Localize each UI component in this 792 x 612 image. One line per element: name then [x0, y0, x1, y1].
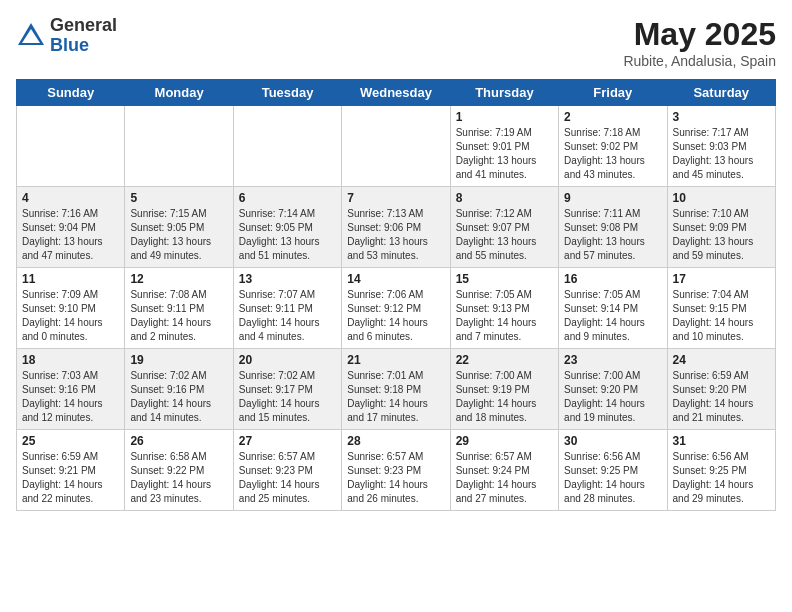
day-info: Sunrise: 6:59 AM Sunset: 9:21 PM Dayligh…	[22, 450, 119, 506]
logo-icon	[16, 21, 46, 51]
table-row: 27Sunrise: 6:57 AM Sunset: 9:23 PM Dayli…	[233, 430, 341, 511]
table-row: 17Sunrise: 7:04 AM Sunset: 9:15 PM Dayli…	[667, 268, 775, 349]
day-info: Sunrise: 7:00 AM Sunset: 9:19 PM Dayligh…	[456, 369, 553, 425]
table-row: 13Sunrise: 7:07 AM Sunset: 9:11 PM Dayli…	[233, 268, 341, 349]
calendar-week-row: 11Sunrise: 7:09 AM Sunset: 9:10 PM Dayli…	[17, 268, 776, 349]
logo-blue-text: Blue	[50, 36, 117, 56]
header: General Blue May 2025 Rubite, Andalusia,…	[16, 16, 776, 69]
day-info: Sunrise: 7:08 AM Sunset: 9:11 PM Dayligh…	[130, 288, 227, 344]
day-info: Sunrise: 6:56 AM Sunset: 9:25 PM Dayligh…	[673, 450, 770, 506]
col-wednesday: Wednesday	[342, 80, 450, 106]
calendar-header-row: Sunday Monday Tuesday Wednesday Thursday…	[17, 80, 776, 106]
calendar-week-row: 4Sunrise: 7:16 AM Sunset: 9:04 PM Daylig…	[17, 187, 776, 268]
table-row: 22Sunrise: 7:00 AM Sunset: 9:19 PM Dayli…	[450, 349, 558, 430]
table-row: 23Sunrise: 7:00 AM Sunset: 9:20 PM Dayli…	[559, 349, 667, 430]
table-row: 3Sunrise: 7:17 AM Sunset: 9:03 PM Daylig…	[667, 106, 775, 187]
day-number: 30	[564, 434, 661, 448]
day-number: 1	[456, 110, 553, 124]
day-number: 11	[22, 272, 119, 286]
table-row	[342, 106, 450, 187]
day-info: Sunrise: 6:58 AM Sunset: 9:22 PM Dayligh…	[130, 450, 227, 506]
calendar-week-row: 18Sunrise: 7:03 AM Sunset: 9:16 PM Dayli…	[17, 349, 776, 430]
col-sunday: Sunday	[17, 80, 125, 106]
calendar-week-row: 25Sunrise: 6:59 AM Sunset: 9:21 PM Dayli…	[17, 430, 776, 511]
day-number: 10	[673, 191, 770, 205]
day-info: Sunrise: 7:00 AM Sunset: 9:20 PM Dayligh…	[564, 369, 661, 425]
day-info: Sunrise: 6:57 AM Sunset: 9:23 PM Dayligh…	[347, 450, 444, 506]
day-info: Sunrise: 7:06 AM Sunset: 9:12 PM Dayligh…	[347, 288, 444, 344]
day-number: 15	[456, 272, 553, 286]
col-thursday: Thursday	[450, 80, 558, 106]
day-number: 23	[564, 353, 661, 367]
table-row: 6Sunrise: 7:14 AM Sunset: 9:05 PM Daylig…	[233, 187, 341, 268]
day-number: 28	[347, 434, 444, 448]
day-number: 5	[130, 191, 227, 205]
table-row	[17, 106, 125, 187]
table-row: 21Sunrise: 7:01 AM Sunset: 9:18 PM Dayli…	[342, 349, 450, 430]
day-info: Sunrise: 7:07 AM Sunset: 9:11 PM Dayligh…	[239, 288, 336, 344]
day-info: Sunrise: 7:04 AM Sunset: 9:15 PM Dayligh…	[673, 288, 770, 344]
table-row: 26Sunrise: 6:58 AM Sunset: 9:22 PM Dayli…	[125, 430, 233, 511]
table-row: 31Sunrise: 6:56 AM Sunset: 9:25 PM Dayli…	[667, 430, 775, 511]
day-number: 19	[130, 353, 227, 367]
day-number: 18	[22, 353, 119, 367]
table-row: 16Sunrise: 7:05 AM Sunset: 9:14 PM Dayli…	[559, 268, 667, 349]
col-saturday: Saturday	[667, 80, 775, 106]
logo: General Blue	[16, 16, 117, 56]
day-number: 17	[673, 272, 770, 286]
table-row: 20Sunrise: 7:02 AM Sunset: 9:17 PM Dayli…	[233, 349, 341, 430]
table-row: 25Sunrise: 6:59 AM Sunset: 9:21 PM Dayli…	[17, 430, 125, 511]
table-row: 9Sunrise: 7:11 AM Sunset: 9:08 PM Daylig…	[559, 187, 667, 268]
table-row: 18Sunrise: 7:03 AM Sunset: 9:16 PM Dayli…	[17, 349, 125, 430]
day-info: Sunrise: 7:01 AM Sunset: 9:18 PM Dayligh…	[347, 369, 444, 425]
day-info: Sunrise: 7:14 AM Sunset: 9:05 PM Dayligh…	[239, 207, 336, 263]
day-info: Sunrise: 6:57 AM Sunset: 9:23 PM Dayligh…	[239, 450, 336, 506]
table-row: 28Sunrise: 6:57 AM Sunset: 9:23 PM Dayli…	[342, 430, 450, 511]
day-number: 16	[564, 272, 661, 286]
table-row: 29Sunrise: 6:57 AM Sunset: 9:24 PM Dayli…	[450, 430, 558, 511]
day-number: 31	[673, 434, 770, 448]
day-info: Sunrise: 7:05 AM Sunset: 9:14 PM Dayligh…	[564, 288, 661, 344]
title-block: May 2025 Rubite, Andalusia, Spain	[623, 16, 776, 69]
day-info: Sunrise: 7:17 AM Sunset: 9:03 PM Dayligh…	[673, 126, 770, 182]
table-row: 19Sunrise: 7:02 AM Sunset: 9:16 PM Dayli…	[125, 349, 233, 430]
day-info: Sunrise: 7:09 AM Sunset: 9:10 PM Dayligh…	[22, 288, 119, 344]
calendar-table: Sunday Monday Tuesday Wednesday Thursday…	[16, 79, 776, 511]
day-info: Sunrise: 7:03 AM Sunset: 9:16 PM Dayligh…	[22, 369, 119, 425]
table-row: 8Sunrise: 7:12 AM Sunset: 9:07 PM Daylig…	[450, 187, 558, 268]
day-number: 12	[130, 272, 227, 286]
col-monday: Monday	[125, 80, 233, 106]
day-number: 13	[239, 272, 336, 286]
table-row	[233, 106, 341, 187]
day-number: 26	[130, 434, 227, 448]
logo-text: General Blue	[50, 16, 117, 56]
table-row: 14Sunrise: 7:06 AM Sunset: 9:12 PM Dayli…	[342, 268, 450, 349]
table-row: 30Sunrise: 6:56 AM Sunset: 9:25 PM Dayli…	[559, 430, 667, 511]
day-number: 9	[564, 191, 661, 205]
table-row: 11Sunrise: 7:09 AM Sunset: 9:10 PM Dayli…	[17, 268, 125, 349]
day-number: 24	[673, 353, 770, 367]
month-year-title: May 2025	[623, 16, 776, 53]
day-info: Sunrise: 7:10 AM Sunset: 9:09 PM Dayligh…	[673, 207, 770, 263]
logo-general-text: General	[50, 16, 117, 36]
day-info: Sunrise: 6:57 AM Sunset: 9:24 PM Dayligh…	[456, 450, 553, 506]
day-info: Sunrise: 7:02 AM Sunset: 9:17 PM Dayligh…	[239, 369, 336, 425]
col-tuesday: Tuesday	[233, 80, 341, 106]
day-info: Sunrise: 7:12 AM Sunset: 9:07 PM Dayligh…	[456, 207, 553, 263]
table-row: 2Sunrise: 7:18 AM Sunset: 9:02 PM Daylig…	[559, 106, 667, 187]
day-number: 4	[22, 191, 119, 205]
day-info: Sunrise: 7:05 AM Sunset: 9:13 PM Dayligh…	[456, 288, 553, 344]
day-info: Sunrise: 6:56 AM Sunset: 9:25 PM Dayligh…	[564, 450, 661, 506]
table-row: 1Sunrise: 7:19 AM Sunset: 9:01 PM Daylig…	[450, 106, 558, 187]
location-subtitle: Rubite, Andalusia, Spain	[623, 53, 776, 69]
table-row	[125, 106, 233, 187]
day-number: 14	[347, 272, 444, 286]
day-number: 6	[239, 191, 336, 205]
day-info: Sunrise: 7:16 AM Sunset: 9:04 PM Dayligh…	[22, 207, 119, 263]
calendar-week-row: 1Sunrise: 7:19 AM Sunset: 9:01 PM Daylig…	[17, 106, 776, 187]
day-number: 3	[673, 110, 770, 124]
day-info: Sunrise: 6:59 AM Sunset: 9:20 PM Dayligh…	[673, 369, 770, 425]
table-row: 7Sunrise: 7:13 AM Sunset: 9:06 PM Daylig…	[342, 187, 450, 268]
day-info: Sunrise: 7:19 AM Sunset: 9:01 PM Dayligh…	[456, 126, 553, 182]
day-number: 8	[456, 191, 553, 205]
